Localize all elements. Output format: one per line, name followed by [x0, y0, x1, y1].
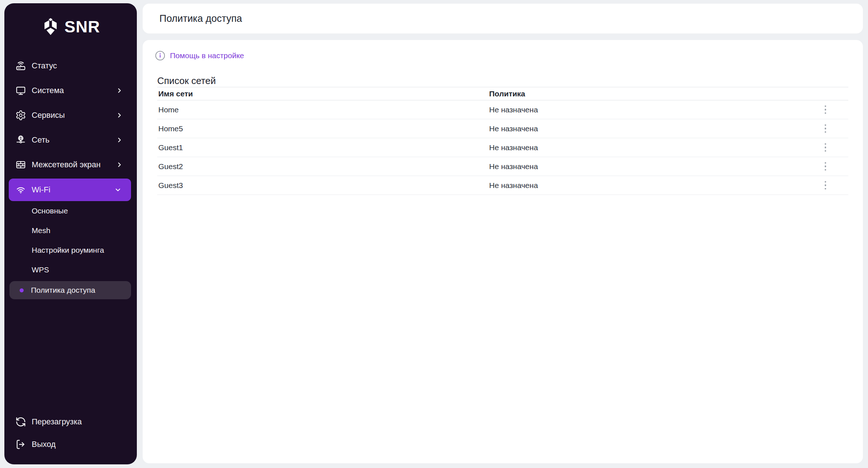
chevron-right-icon	[115, 111, 123, 119]
submenu-item-access-policy[interactable]: Политика доступа	[9, 281, 131, 299]
page-header: Политика доступа	[143, 4, 863, 33]
sidebar-item-label: Сервисы	[32, 111, 115, 120]
refresh-icon	[15, 416, 26, 427]
submenu-item-wps[interactable]: WPS	[4, 260, 137, 280]
router-icon	[15, 60, 26, 71]
sidebar-footer: Перезагрузка Выход	[4, 411, 137, 464]
chevron-right-icon	[115, 161, 123, 169]
submenu-item-mesh[interactable]: Mesh	[4, 221, 137, 240]
info-icon	[155, 51, 165, 61]
sidebar-item-label: Перезагрузка	[32, 417, 123, 427]
chevron-down-icon	[114, 186, 122, 194]
monitor-icon	[15, 85, 26, 96]
help-link-label: Помощь в настройке	[170, 51, 244, 60]
cell-policy: Не назначена	[489, 162, 818, 171]
table-header-row: Имя сети Политика	[157, 87, 848, 100]
table-row: Home5 Не назначена	[157, 119, 848, 138]
sidebar-item-label: Выход	[32, 440, 123, 449]
content-card: Помощь в настройке Список сетей Имя сети…	[143, 40, 863, 463]
wifi-icon	[15, 184, 26, 195]
cell-network-name: Guest2	[157, 162, 489, 171]
sidebar-item-label: Статус	[32, 61, 123, 71]
gear-icon	[15, 110, 26, 121]
wifi-submenu: Основные Mesh Настройки роуминга WPS Пол…	[4, 201, 137, 300]
table-row: Home Не назначена	[157, 100, 848, 119]
sidebar-item-label: Сеть	[32, 135, 115, 145]
logo-cube-icon	[41, 17, 60, 36]
cell-policy: Не назначена	[489, 143, 818, 152]
sidebar-item-wifi[interactable]: Wi-Fi	[9, 179, 131, 201]
chevron-right-icon	[115, 136, 123, 144]
submenu-item-label: Основные	[32, 207, 68, 215]
sidebar-item-reboot[interactable]: Перезагрузка	[4, 411, 137, 433]
cell-network-name: Guest1	[157, 143, 489, 152]
column-header-network-name: Имя сети	[157, 89, 489, 98]
submenu-item-label: WPS	[32, 265, 49, 274]
help-link[interactable]: Помощь в настройке	[155, 51, 244, 61]
submenu-item-basic[interactable]: Основные	[4, 201, 137, 221]
sidebar-item-status[interactable]: Статус	[4, 53, 137, 78]
section-title: Список сетей	[157, 75, 863, 87]
chevron-right-icon	[115, 87, 123, 95]
submenu-item-label: Mesh	[32, 226, 50, 235]
cell-policy: Не назначена	[489, 181, 818, 190]
submenu-item-label: Настройки роуминга	[32, 246, 104, 255]
cell-policy: Не назначена	[489, 105, 818, 114]
row-menu-button[interactable]	[818, 178, 833, 193]
sidebar-item-label: Межсетевой экран	[32, 160, 115, 169]
sidebar-item-label: Wi-Fi	[32, 185, 114, 195]
sidebar-item-network[interactable]: Сеть	[4, 128, 137, 152]
brand-text: SNR	[64, 17, 100, 36]
kebab-icon	[825, 181, 827, 183]
network-table: Имя сети Политика Home Не назначена Home…	[157, 87, 848, 195]
submenu-item-roaming[interactable]: Настройки роуминга	[4, 240, 137, 260]
column-header-policy: Политика	[489, 89, 848, 98]
submenu-item-label: Политика доступа	[31, 286, 95, 295]
kebab-icon	[825, 162, 827, 164]
sidebar-item-firewall[interactable]: Межсетевой экран	[4, 152, 137, 177]
kebab-icon	[825, 143, 827, 145]
sidebar: SNR Статус Система	[4, 3, 137, 464]
page-title: Политика доступа	[159, 13, 242, 24]
sidebar-item-system[interactable]: Система	[4, 78, 137, 103]
logout-icon	[15, 439, 26, 450]
row-menu-button[interactable]	[818, 121, 833, 136]
row-menu-button[interactable]	[818, 140, 833, 155]
cell-network-name: Home	[157, 105, 489, 114]
table-row: Guest3 Не назначена	[157, 176, 848, 195]
active-dot-icon	[20, 288, 24, 292]
row-menu-button[interactable]	[818, 159, 833, 174]
kebab-icon	[825, 124, 827, 126]
cell-policy: Не назначена	[489, 124, 818, 133]
globe-network-icon	[15, 135, 26, 145]
table-row: Guest2 Не назначена	[157, 157, 848, 176]
row-menu-button[interactable]	[818, 103, 833, 117]
sidebar-item-label: Система	[32, 86, 115, 95]
firewall-icon	[15, 159, 26, 170]
sidebar-item-services[interactable]: Сервисы	[4, 103, 137, 128]
kebab-icon	[825, 105, 827, 107]
sidebar-item-logout[interactable]: Выход	[4, 433, 137, 456]
sidebar-nav: Статус Система Сервисы	[4, 53, 137, 300]
table-row: Guest1 Не назначена	[157, 138, 848, 157]
cell-network-name: Home5	[157, 124, 489, 133]
snr-logo: SNR	[4, 5, 137, 48]
cell-network-name: Guest3	[157, 181, 489, 190]
